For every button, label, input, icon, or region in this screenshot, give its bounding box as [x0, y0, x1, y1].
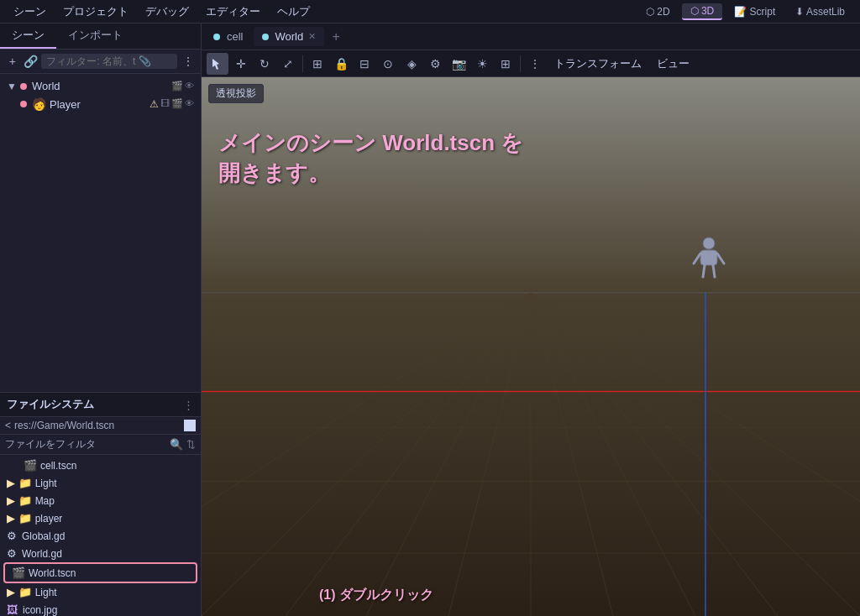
fs-filter-search-icon[interactable]: 🔍	[170, 438, 183, 451]
fs-label-globalgd: Global.gd	[22, 530, 65, 542]
fs-item-player[interactable]: ▶ 📁 player	[0, 509, 201, 527]
scale-tool-button[interactable]: ⤢	[277, 53, 299, 75]
mode-2d-icon: ⬡	[646, 6, 654, 18]
player-label: Player	[50, 98, 146, 111]
fs-label-light: Light	[35, 478, 57, 489]
mode-buttons: ⬡ 2D ⬡ 3D 📝 Script ⬇ AssetLib	[637, 3, 853, 20]
script-button[interactable]: 📝 Script	[726, 4, 784, 19]
player-viewport-icon	[692, 237, 726, 285]
view-label: ビュー	[650, 55, 696, 73]
svg-line-25	[694, 253, 700, 264]
fs-label-map: Map	[35, 495, 55, 507]
world-dot-icon	[20, 83, 27, 90]
player-eye-icon: 👁	[185, 98, 194, 110]
lock-button[interactable]: 🔒	[330, 53, 352, 75]
filter-options-button[interactable]: ⋮	[181, 52, 196, 70]
viewport-grid	[202, 77, 860, 616]
toolbar-sep-2	[520, 55, 521, 72]
main-layout: シーン インポート + 🔗 ⋮ ▼ World 🎬 👁	[0, 23, 860, 616]
player-dot-icon	[20, 101, 27, 107]
tree-item-world[interactable]: ▼ World 🎬 👁	[0, 77, 201, 95]
scene-panel: シーン インポート + 🔗 ⋮ ▼ World 🎬 👁	[0, 23, 201, 393]
filesystem-panel: ファイルシステム ⋮ < res://Game/World.tscn ファイルを…	[0, 393, 201, 616]
group-button[interactable]: ⊟	[354, 53, 375, 75]
player-film-icon: 🎞	[160, 98, 170, 110]
fs-folder-icon-map: ▶ 📁	[7, 494, 32, 507]
add-tab-button[interactable]: +	[326, 27, 346, 47]
scene-filter-input[interactable]	[41, 54, 177, 69]
fs-filter-sort-icon[interactable]: ⇅	[186, 438, 196, 451]
world-eye-icon: 👁	[185, 81, 194, 91]
viewport-panel: cell World ✕ + ✛ ↻ ⤢ ⊞ 🔒 ⊟ ⊙ ◈ ⚙ 📷	[202, 23, 860, 616]
fs-item-map[interactable]: ▶ 📁 Map	[0, 492, 201, 509]
scene-toolbar: + 🔗 ⋮	[0, 50, 201, 74]
camera-button[interactable]: 📷	[448, 53, 469, 75]
menu-debug[interactable]: デバッグ	[139, 2, 196, 22]
tab-scene[interactable]: シーン	[0, 23, 56, 49]
viewport-toolbar: ✛ ↻ ⤢ ⊞ 🔒 ⊟ ⊙ ◈ ⚙ 📷 ☀ ⊞ ⋮ トランスフォーム ビュー	[202, 50, 860, 77]
fs-scene-icon-worldtscn: 🎬	[12, 566, 25, 579]
scene-tree: ▼ World 🎬 👁 🧑 Player ⚠ 🎞 🎬	[0, 74, 201, 392]
rotate-tool-button[interactable]: ↻	[254, 53, 275, 75]
menu-help[interactable]: ヘルプ	[270, 2, 317, 22]
script-icon: 📝	[734, 6, 747, 18]
fs-scene-icon-cell: 🎬	[24, 459, 37, 472]
scene-panel-tabs: シーン インポート	[0, 23, 201, 50]
fs-item-light2[interactable]: ▶ 📁 Light	[0, 583, 201, 601]
editor-tabs: cell World ✕ +	[202, 23, 860, 50]
filesystem-title: ファイルシステム	[7, 397, 94, 412]
fs-item-worldtscn[interactable]: 🎬 World.tscn	[3, 562, 197, 583]
move-tool-button[interactable]: ✛	[230, 53, 252, 75]
svg-line-26	[717, 253, 724, 264]
svg-line-27	[703, 265, 705, 277]
toolbar-sep-1	[302, 55, 303, 72]
link-button[interactable]: 🔗	[24, 52, 39, 70]
filesystem-path: < res://Game/World.tscn	[0, 417, 201, 435]
transform-label: トランスフォーム	[548, 55, 648, 73]
tab-world[interactable]: World ✕	[254, 27, 325, 46]
tree-item-player[interactable]: 🧑 Player ⚠ 🎞 🎬 👁	[0, 95, 201, 113]
tab-world-close-button[interactable]: ✕	[308, 31, 316, 42]
svg-line-28	[713, 265, 715, 277]
fs-item-cell[interactable]: 🎬 cell.tscn	[0, 457, 201, 474]
fs-folder-icon-player: ▶ 📁	[7, 512, 32, 525]
tab-cell[interactable]: cell	[205, 27, 252, 46]
menu-scene[interactable]: シーン	[7, 2, 53, 22]
fs-item-iconjpg[interactable]: 🖼 icon.jpg	[0, 601, 201, 616]
fs-item-worldgd[interactable]: ⚙ World.gd	[0, 545, 201, 562]
select-tool-button[interactable]	[207, 53, 228, 75]
filesystem-options-button[interactable]: ⋮	[183, 399, 194, 411]
fs-label-player: player	[35, 513, 63, 525]
mode-3d-button[interactable]: ⬡ 3D	[682, 3, 723, 20]
menu-project[interactable]: プロジェクト	[56, 2, 135, 22]
tab-cell-label: cell	[227, 30, 244, 43]
fs-folder-icon-light: ▶ 📁	[7, 477, 32, 489]
fs-filter-label: ファイルをフィルタ	[5, 437, 96, 452]
menu-editor[interactable]: エディター	[199, 2, 267, 22]
mode-2d-button[interactable]: ⬡ 2D	[637, 4, 679, 19]
assetlib-button[interactable]: ⬇ AssetLib	[787, 4, 853, 19]
fs-item-light[interactable]: ▶ 📁 Light	[0, 474, 201, 492]
extra-options-button[interactable]: ⋮	[524, 53, 546, 75]
mesh-button[interactable]: ◈	[401, 53, 422, 75]
grid-button[interactable]: ⊞	[495, 53, 517, 75]
warning-icon: ⚠	[149, 98, 159, 110]
menu-bar: シーン プロジェクト デバッグ エディター ヘルプ ⬡ 2D ⬡ 3D 📝 Sc…	[0, 0, 860, 23]
fs-item-globalgd[interactable]: ⚙ Global.gd	[0, 527, 201, 545]
viewport-canvas: 透視投影 メインのシーン World.tscn を 開きます。 (1) ダブルク…	[202, 77, 860, 616]
tab-import[interactable]: インポート	[56, 23, 134, 49]
player-person-icon: 🧑	[32, 97, 46, 111]
fs-label-iconjpg: icon.jpg	[23, 604, 57, 616]
skeleton-button[interactable]: ⊙	[377, 53, 399, 75]
snap-button[interactable]: ⊞	[307, 53, 328, 75]
world-camera-icon: 🎬	[171, 81, 183, 91]
fs-label-worldtscn: World.tscn	[29, 567, 76, 579]
add-node-button[interactable]: +	[5, 52, 20, 70]
dblclick-annotation: (1) ダブルクリック	[319, 587, 433, 604]
fs-folder-icon-light2: ▶ 📁	[7, 586, 32, 598]
world-actions: 🎬 👁	[171, 81, 194, 91]
fs-thumbnail	[184, 420, 196, 431]
sun-button[interactable]: ☀	[471, 53, 493, 75]
gizmo-button[interactable]: ⚙	[424, 53, 446, 75]
fs-back-icon[interactable]: <	[5, 420, 11, 431]
